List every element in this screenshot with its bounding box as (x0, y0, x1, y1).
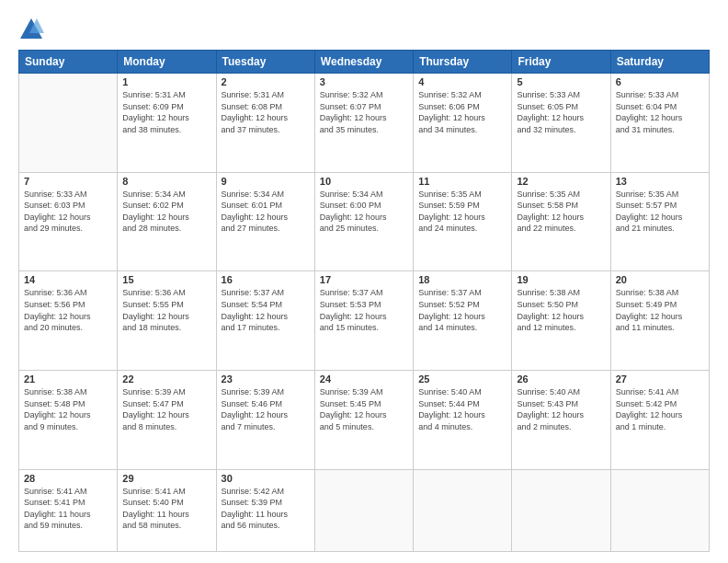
day-number: 29 (122, 473, 210, 484)
calendar-cell: 12Sunrise: 5:35 AMSunset: 5:58 PMDayligh… (512, 172, 610, 271)
day-info: Sunrise: 5:32 AMSunset: 6:07 PMDaylight:… (320, 89, 408, 135)
calendar-cell: 20Sunrise: 5:38 AMSunset: 5:49 PMDayligh… (610, 271, 709, 371)
day-number: 8 (122, 176, 210, 187)
day-info: Sunrise: 5:34 AMSunset: 6:02 PMDaylight:… (122, 189, 210, 235)
calendar-cell (414, 469, 512, 551)
day-number: 2 (222, 76, 310, 87)
calendar-cell (314, 469, 413, 551)
calendar-cell: 23Sunrise: 5:39 AMSunset: 5:46 PMDayligh… (216, 370, 314, 469)
day-info: Sunrise: 5:40 AMSunset: 5:44 PMDaylight:… (418, 386, 506, 432)
day-info: Sunrise: 5:38 AMSunset: 5:50 PMDaylight:… (517, 287, 605, 333)
weekday-header-wednesday: Wednesday (314, 51, 413, 74)
day-info: Sunrise: 5:34 AMSunset: 6:01 PMDaylight:… (222, 189, 310, 235)
calendar-cell: 21Sunrise: 5:38 AMSunset: 5:48 PMDayligh… (19, 370, 118, 469)
calendar-cell: 17Sunrise: 5:37 AMSunset: 5:53 PMDayligh… (314, 271, 413, 371)
logo (18, 17, 46, 42)
day-info: Sunrise: 5:40 AMSunset: 5:43 PMDaylight:… (517, 386, 605, 432)
day-info: Sunrise: 5:36 AMSunset: 5:55 PMDaylight:… (122, 287, 210, 333)
day-number: 30 (222, 473, 310, 484)
day-number: 21 (24, 373, 112, 385)
day-info: Sunrise: 5:35 AMSunset: 5:58 PMDaylight:… (517, 189, 605, 235)
day-number: 19 (517, 274, 605, 285)
calendar-table: SundayMondayTuesdayWednesdayThursdayFrid… (18, 50, 710, 552)
day-number: 1 (122, 76, 210, 87)
calendar-cell: 2Sunrise: 5:31 AMSunset: 6:08 PMDaylight… (216, 74, 314, 173)
day-info: Sunrise: 5:31 AMSunset: 6:09 PMDaylight:… (122, 89, 210, 135)
day-info: Sunrise: 5:39 AMSunset: 5:47 PMDaylight:… (122, 386, 210, 432)
day-number: 27 (616, 373, 704, 385)
calendar-cell: 19Sunrise: 5:38 AMSunset: 5:50 PMDayligh… (512, 271, 610, 371)
day-number: 6 (616, 76, 704, 87)
day-info: Sunrise: 5:38 AMSunset: 5:49 PMDaylight:… (616, 287, 704, 333)
day-info: Sunrise: 5:35 AMSunset: 5:59 PMDaylight:… (418, 189, 506, 235)
calendar-cell: 5Sunrise: 5:33 AMSunset: 6:05 PMDaylight… (512, 74, 610, 173)
day-number: 12 (517, 176, 605, 187)
day-info: Sunrise: 5:41 AMSunset: 5:41 PMDaylight:… (24, 486, 112, 532)
day-number: 15 (122, 274, 210, 285)
header (18, 17, 710, 42)
day-number: 10 (320, 176, 408, 187)
day-info: Sunrise: 5:33 AMSunset: 6:04 PMDaylight:… (616, 89, 704, 135)
calendar-cell: 28Sunrise: 5:41 AMSunset: 5:41 PMDayligh… (19, 469, 118, 551)
day-number: 5 (517, 76, 605, 87)
day-number: 7 (24, 176, 112, 187)
calendar-cell (512, 469, 610, 551)
day-info: Sunrise: 5:39 AMSunset: 5:45 PMDaylight:… (320, 386, 408, 432)
day-info: Sunrise: 5:38 AMSunset: 5:48 PMDaylight:… (24, 386, 112, 432)
calendar-cell: 29Sunrise: 5:41 AMSunset: 5:40 PMDayligh… (118, 469, 216, 551)
week-row-3: 14Sunrise: 5:36 AMSunset: 5:56 PMDayligh… (19, 271, 710, 371)
calendar-cell: 30Sunrise: 5:42 AMSunset: 5:39 PMDayligh… (216, 469, 314, 551)
day-info: Sunrise: 5:41 AMSunset: 5:40 PMDaylight:… (122, 486, 210, 532)
day-info: Sunrise: 5:36 AMSunset: 5:56 PMDaylight:… (24, 287, 112, 333)
day-info: Sunrise: 5:41 AMSunset: 5:42 PMDaylight:… (616, 386, 704, 432)
day-number: 14 (24, 274, 112, 285)
day-number: 24 (320, 373, 408, 385)
day-number: 13 (616, 176, 704, 187)
calendar-cell: 4Sunrise: 5:32 AMSunset: 6:06 PMDaylight… (414, 74, 512, 173)
logo-icon (18, 17, 44, 42)
day-number: 9 (222, 176, 310, 187)
calendar-cell: 15Sunrise: 5:36 AMSunset: 5:55 PMDayligh… (118, 271, 216, 371)
calendar-cell: 27Sunrise: 5:41 AMSunset: 5:42 PMDayligh… (610, 370, 709, 469)
calendar-cell: 8Sunrise: 5:34 AMSunset: 6:02 PMDaylight… (118, 172, 216, 271)
day-info: Sunrise: 5:31 AMSunset: 6:08 PMDaylight:… (222, 89, 310, 135)
weekday-header-row: SundayMondayTuesdayWednesdayThursdayFrid… (19, 51, 710, 74)
calendar-cell: 10Sunrise: 5:34 AMSunset: 6:00 PMDayligh… (314, 172, 413, 271)
calendar-cell (610, 469, 709, 551)
calendar-cell (19, 74, 118, 173)
weekday-header-thursday: Thursday (414, 51, 512, 74)
day-number: 25 (418, 373, 506, 385)
calendar-cell: 25Sunrise: 5:40 AMSunset: 5:44 PMDayligh… (414, 370, 512, 469)
day-number: 18 (418, 274, 506, 285)
calendar-cell: 7Sunrise: 5:33 AMSunset: 6:03 PMDaylight… (19, 172, 118, 271)
calendar-cell: 26Sunrise: 5:40 AMSunset: 5:43 PMDayligh… (512, 370, 610, 469)
day-number: 23 (222, 373, 310, 385)
calendar-cell: 6Sunrise: 5:33 AMSunset: 6:04 PMDaylight… (610, 74, 709, 173)
day-info: Sunrise: 5:37 AMSunset: 5:54 PMDaylight:… (222, 287, 310, 333)
calendar-cell: 9Sunrise: 5:34 AMSunset: 6:01 PMDaylight… (216, 172, 314, 271)
calendar-cell: 24Sunrise: 5:39 AMSunset: 5:45 PMDayligh… (314, 370, 413, 469)
day-number: 20 (616, 274, 704, 285)
calendar-cell: 16Sunrise: 5:37 AMSunset: 5:54 PMDayligh… (216, 271, 314, 371)
calendar-cell: 18Sunrise: 5:37 AMSunset: 5:52 PMDayligh… (414, 271, 512, 371)
day-number: 26 (517, 373, 605, 385)
day-number: 4 (418, 76, 506, 87)
calendar-cell: 14Sunrise: 5:36 AMSunset: 5:56 PMDayligh… (19, 271, 118, 371)
weekday-header-monday: Monday (118, 51, 216, 74)
day-info: Sunrise: 5:37 AMSunset: 5:52 PMDaylight:… (418, 287, 506, 333)
weekday-header-sunday: Sunday (19, 51, 118, 74)
week-row-5: 28Sunrise: 5:41 AMSunset: 5:41 PMDayligh… (19, 469, 710, 551)
calendar-cell: 13Sunrise: 5:35 AMSunset: 5:57 PMDayligh… (610, 172, 709, 271)
day-info: Sunrise: 5:33 AMSunset: 6:05 PMDaylight:… (517, 89, 605, 135)
page: SundayMondayTuesdayWednesdayThursdayFrid… (0, 0, 728, 563)
day-info: Sunrise: 5:33 AMSunset: 6:03 PMDaylight:… (24, 189, 112, 235)
day-info: Sunrise: 5:32 AMSunset: 6:06 PMDaylight:… (418, 89, 506, 135)
calendar-cell: 11Sunrise: 5:35 AMSunset: 5:59 PMDayligh… (414, 172, 512, 271)
day-number: 17 (320, 274, 408, 285)
day-number: 16 (222, 274, 310, 285)
week-row-2: 7Sunrise: 5:33 AMSunset: 6:03 PMDaylight… (19, 172, 710, 271)
calendar-cell: 1Sunrise: 5:31 AMSunset: 6:09 PMDaylight… (118, 74, 216, 173)
calendar-cell: 22Sunrise: 5:39 AMSunset: 5:47 PMDayligh… (118, 370, 216, 469)
weekday-header-friday: Friday (512, 51, 610, 74)
weekday-header-tuesday: Tuesday (216, 51, 314, 74)
